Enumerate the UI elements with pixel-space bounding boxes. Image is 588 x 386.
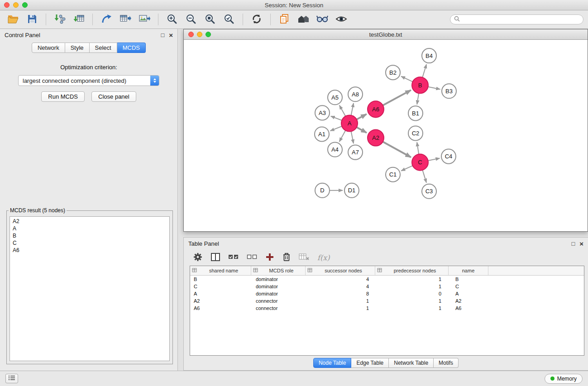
network-canvas[interactable]: B4B2BB3A5A8A6B1A3AA1A2C2A4A7C4CC1C3DD1 [184,40,588,231]
node-A6[interactable]: A6 [368,101,384,117]
edge-A-A2[interactable] [357,127,367,133]
table-cell[interactable]: dominator [251,284,306,289]
edge-A-A6[interactable] [357,114,367,119]
export-image-button[interactable] [136,12,153,27]
node-A4[interactable]: A4 [328,143,342,157]
close-panel-icon[interactable]: × [169,32,173,38]
node-table-body[interactable]: Bdominator41BCdominator41CAdominator80AA… [190,276,584,355]
edge-A-A8[interactable] [351,103,354,115]
result-item[interactable]: A [13,225,167,232]
node-B1[interactable]: B1 [408,106,423,120]
table-cell[interactable]: dominator [251,291,306,296]
apply-layout-button[interactable] [248,12,265,27]
edge-C-C4[interactable] [428,158,440,161]
close-table-panel-icon[interactable]: × [579,241,583,247]
table-cell[interactable]: A6 [190,305,251,311]
table-cell[interactable]: 8 [306,291,375,296]
unselect-all-columns-button[interactable] [247,253,258,262]
node-A2[interactable]: A2 [368,129,384,146]
create-column-button[interactable] [265,253,274,263]
edge-A2-C[interactable] [383,142,411,157]
table-cell[interactable]: 4 [306,284,375,289]
column-header-successor-nodes[interactable]: successor nodes [306,266,375,275]
edge-C-C3[interactable] [422,170,426,183]
node-B2[interactable]: B2 [386,65,400,80]
show-hide-view-button[interactable] [333,12,350,27]
select-all-columns-button[interactable] [228,253,239,262]
node-B4[interactable]: B4 [422,48,436,63]
node-C4[interactable]: C4 [441,149,456,164]
table-row[interactable]: A2connector11A2 [190,297,584,305]
table-cell[interactable]: B [190,276,251,282]
export-network-button[interactable] [98,12,115,27]
table-cell[interactable]: C [190,284,251,289]
edge-A-A1[interactable] [330,126,342,131]
node-B3[interactable]: B3 [442,84,456,98]
table-cell[interactable]: 1 [306,305,375,311]
tab-mcds[interactable]: MCDS [117,43,146,53]
network-window-titlebar[interactable]: testGlobe.txt [184,29,588,40]
tab-node-table[interactable]: Node Table [313,358,352,368]
close-window-button[interactable] [4,2,10,8]
edge-A-A3[interactable] [331,116,342,120]
table-row[interactable]: A6connector11A6 [190,305,584,312]
table-cell[interactable]: 1 [375,305,449,311]
table-cell[interactable]: A2 [449,298,488,304]
float-table-panel-icon[interactable]: □ [571,241,575,247]
zoom-selected-button[interactable] [220,12,238,27]
dropdown-stepper-icon[interactable] [150,76,159,86]
edge-C-C1[interactable] [401,166,412,171]
node-A[interactable]: A [341,115,358,131]
close-network-window-button[interactable] [188,32,194,37]
edge-A6-B[interactable] [383,90,411,105]
float-panel-icon[interactable]: □ [161,32,164,38]
table-cell[interactable]: 0 [375,291,449,296]
table-cell[interactable]: connector [251,305,306,311]
table-cell[interactable]: A2 [190,298,251,304]
edge-A-A7[interactable] [351,131,354,143]
table-settings-button[interactable] [193,252,203,263]
node-C1[interactable]: C1 [386,167,400,182]
edge-B-B2[interactable] [401,76,413,82]
table-cell[interactable]: dominator [251,276,306,282]
tab-motifs[interactable]: Motifs [434,358,459,368]
node-A5[interactable]: A5 [328,90,342,105]
minimize-window-button[interactable] [13,2,19,8]
import-table-button[interactable] [70,12,87,27]
node-C3[interactable]: C3 [422,184,436,199]
save-session-button[interactable] [24,12,41,27]
node-A7[interactable]: A7 [348,145,363,160]
optimization-criterion-dropdown[interactable]: largest connected component (directed) [18,75,159,86]
open-session-button[interactable] [5,12,22,27]
node-C[interactable]: C [412,154,428,171]
show-columns-button[interactable] [210,253,220,263]
edge-A-A4[interactable] [339,130,346,142]
mcds-result-list[interactable]: A2ABCA6 [10,216,170,361]
table-cell[interactable]: C [449,284,488,289]
table-cell[interactable]: 1 [375,284,449,289]
column-header-name[interactable]: name [449,266,488,275]
result-item[interactable]: C [13,239,167,247]
node-A3[interactable]: A3 [315,105,330,120]
result-item[interactable]: A6 [13,247,167,254]
table-cell[interactable]: 1 [375,276,449,282]
delete-column-button[interactable] [282,252,291,263]
zoom-in-button[interactable] [163,12,181,27]
table-cell[interactable]: connector [251,298,306,304]
table-cell[interactable]: A6 [449,305,488,311]
zoom-window-button[interactable] [22,2,28,8]
node-A8[interactable]: A8 [348,87,363,101]
tab-network-table[interactable]: Network Table [389,358,434,368]
tab-network[interactable]: Network [32,43,65,53]
tab-edge-table[interactable]: Edge Table [351,358,389,368]
toolbar-search[interactable] [450,14,583,24]
close-panel-button[interactable]: Close panel [91,91,136,102]
node-D1[interactable]: D1 [344,183,359,198]
function-builder-button[interactable]: f(x) [317,253,330,262]
table-cell[interactable]: 1 [306,298,375,304]
edge-B-B3[interactable] [428,87,440,89]
table-cell[interactable]: 1 [375,298,449,304]
zoom-network-window-button[interactable] [206,32,211,37]
column-header-mcds-role[interactable]: MCDS role [251,266,306,275]
panel-divider[interactable] [183,232,588,237]
